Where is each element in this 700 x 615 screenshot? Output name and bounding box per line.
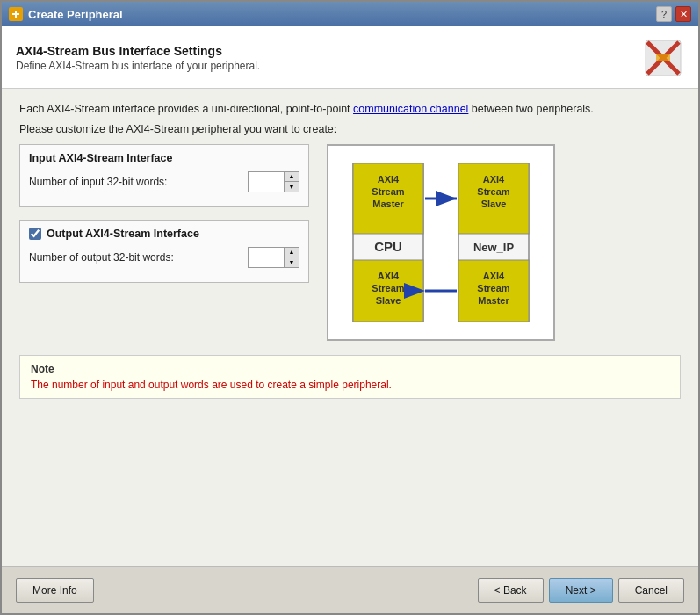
channel-link: communication channel [353, 103, 468, 115]
window-icon [9, 7, 23, 21]
svg-text:Slave: Slave [376, 295, 401, 306]
svg-text:Master: Master [372, 199, 404, 209]
output-value-field[interactable]: 8 [249, 248, 284, 267]
svg-rect-2 [15, 11, 17, 18]
input-value-field[interactable]: 8 [249, 172, 284, 192]
next-button[interactable]: Next > [549, 578, 613, 603]
svg-text:Master: Master [478, 295, 509, 306]
input-field-label: Number of input 32-bit words: [29, 176, 241, 188]
note-section: Note The number of input and output word… [19, 355, 681, 399]
output-checkbox[interactable] [29, 228, 41, 240]
help-button[interactable]: ? [656, 6, 672, 22]
title-bar-left: Create Peripheral [9, 7, 123, 21]
output-field-label: Number of output 32-bit words: [29, 251, 241, 264]
xilinx-logo-icon [644, 39, 682, 77]
note-title: Note [31, 363, 669, 375]
title-bar: Create Peripheral ? ✕ [2, 2, 698, 26]
svg-text:New_IP: New_IP [473, 241, 515, 254]
description-line1: Each AXI4-Stream interface provides a un… [19, 101, 681, 118]
svg-text:Stream: Stream [372, 186, 405, 197]
form-section: Input AXI4-Stream Interface Number of in… [19, 144, 309, 295]
back-button[interactable]: < Back [478, 578, 544, 603]
input-spinner-down[interactable]: ▼ [285, 182, 299, 192]
cancel-button[interactable]: Cancel [618, 578, 684, 603]
header-logo [642, 37, 684, 79]
header-text: AXI4-Stream Bus Interface Settings Defin… [16, 44, 260, 72]
form-diagram-row: Input AXI4-Stream Interface Number of in… [19, 144, 681, 341]
output-field-row: Number of output 32-bit words: 8 ▲ ▼ [29, 247, 299, 268]
input-group-title: Input AXI4-Stream Interface [29, 152, 299, 164]
output-spinner-down[interactable]: ▼ [285, 257, 299, 267]
more-info-button[interactable]: More Info [16, 578, 94, 603]
output-checkbox-label: Output AXI4-Stream Interface [47, 228, 199, 240]
header-subtitle: Define AXI4-Stream bus interface of your… [16, 60, 260, 72]
svg-text:AXI4: AXI4 [483, 174, 505, 184]
svg-text:AXI4: AXI4 [483, 271, 505, 281]
header-section: AXI4-Stream Bus Interface Settings Defin… [2, 26, 698, 89]
content-area: AXI4-Stream Bus Interface Settings Defin… [2, 26, 698, 613]
svg-rect-6 [656, 54, 670, 62]
footer-right: < Back Next > Cancel [478, 578, 684, 603]
note-text: The number of input and output words are… [31, 379, 669, 391]
svg-text:Stream: Stream [477, 283, 510, 293]
output-interface-group: Output AXI4-Stream Interface Number of o… [19, 220, 309, 283]
footer: More Info < Back Next > Cancel [2, 566, 698, 613]
output-spinner-buttons: ▲ ▼ [284, 248, 299, 267]
input-field-row: Number of input 32-bit words: 8 ▲ ▼ [29, 171, 299, 192]
customize-label: Please customize the AXI4-Stream periphe… [19, 123, 681, 135]
output-spinner-up[interactable]: ▲ [285, 248, 299, 257]
input-interface-group: Input AXI4-Stream Interface Number of in… [19, 144, 309, 207]
input-spinner-up[interactable]: ▲ [285, 172, 299, 182]
svg-text:AXI4: AXI4 [378, 271, 400, 281]
main-window: Create Peripheral ? ✕ AXI4-Stream Bus In… [0, 0, 700, 615]
header-title: AXI4-Stream Bus Interface Settings [16, 44, 260, 58]
close-button[interactable]: ✕ [675, 6, 691, 22]
footer-left: More Info [16, 578, 94, 603]
input-spinner-buttons: ▲ ▼ [284, 172, 299, 192]
main-content: Each AXI4-Stream interface provides a un… [2, 89, 698, 566]
window-title: Create Peripheral [28, 8, 123, 21]
axi4-stream-diagram: AXI4 Stream Master CPU AXI4 Stream Slave [344, 155, 538, 330]
svg-text:Stream: Stream [477, 186, 510, 197]
input-spinner[interactable]: 8 ▲ ▼ [248, 171, 299, 192]
svg-text:CPU: CPU [374, 239, 402, 254]
svg-text:Slave: Slave [481, 199, 507, 209]
svg-text:Stream: Stream [372, 283, 405, 293]
diagram-area: AXI4 Stream Master CPU AXI4 Stream Slave [327, 144, 555, 341]
title-bar-controls: ? ✕ [656, 6, 691, 22]
output-spinner[interactable]: 8 ▲ ▼ [248, 247, 299, 268]
svg-text:AXI4: AXI4 [378, 174, 400, 184]
output-checkbox-row: Output AXI4-Stream Interface [29, 228, 299, 240]
